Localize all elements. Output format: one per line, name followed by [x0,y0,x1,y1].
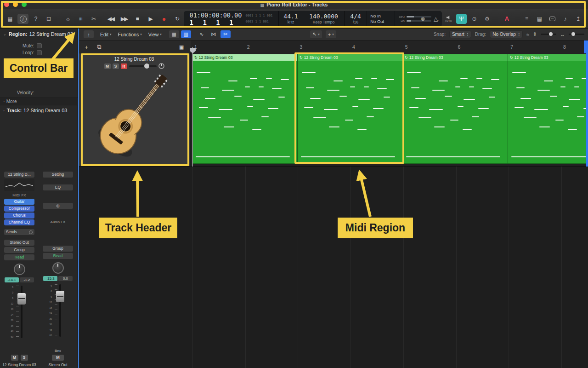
group-slot[interactable]: Group [4,247,34,253]
midi-note[interactable] [327,90,339,91]
midi-note[interactable] [252,129,262,130]
midi-note[interactable] [228,80,238,81]
horizontal-zoom-slider[interactable] [569,34,584,35]
mixer-button[interactable]: ≡ [75,14,86,24]
midi-note[interactable] [377,88,387,89]
split-tool-button[interactable]: ✂ [220,30,231,38]
midi-region-1[interactable]: ↻12 String Dream 03 [192,54,298,164]
drag-popup[interactable]: No Overlap▲▼ [490,30,523,38]
midi-note[interactable] [358,99,370,100]
snap-popup[interactable]: Smart▲▼ [449,30,471,38]
midi-region-3[interactable]: ↻12 String Dream 03 [403,54,508,164]
midi-note[interactable] [268,108,278,109]
region-zone[interactable]: ↻12 String Dream 03 ↻12 String Dream 03 … [191,53,588,167]
midi-note[interactable] [463,129,472,130]
midi-note[interactable] [355,78,362,79]
midi-note[interactable] [313,117,326,118]
midi-note[interactable] [514,107,524,108]
tools-button[interactable]: ⚙ [482,14,492,24]
midi-note[interactable] [386,79,394,80]
midi-note[interactable] [478,108,489,109]
output-volume-value[interactable]: -15.3 [43,276,57,281]
midi-note[interactable] [520,98,531,99]
sends-slot[interactable]: Sends [4,229,34,235]
midi-note[interactable] [234,96,242,97]
loop-checkbox[interactable] [37,50,42,55]
strip-solo-button[interactable]: S [21,355,28,361]
output-pan-knob[interactable] [52,262,64,274]
list-editors-button[interactable]: ≡ [521,14,532,24]
midi-note[interactable] [534,109,548,110]
edit-menu[interactable]: Edit▾ [100,32,112,37]
volume-fader[interactable]: 60612182430364860 [4,285,34,339]
region-header[interactable]: ↻12 String Dream 03 [508,54,588,61]
midi-note[interactable] [574,86,579,87]
midi-note[interactable] [476,78,483,79]
midi-note[interactable] [472,116,479,117]
midi-note[interactable] [205,98,215,99]
midi-note[interactable] [432,90,445,91]
midi-note[interactable] [310,98,321,99]
track-header-config-button[interactable]: ▣ [177,43,186,51]
midi-note[interactable] [334,80,343,81]
automation-mode-button[interactable]: Read [4,254,34,260]
plugin-slot-chorus[interactable]: Chorus [4,213,34,218]
midi-note[interactable] [261,116,269,117]
inspector-button[interactable]: i [17,14,28,24]
midi-note[interactable] [350,86,355,87]
output-mute-button[interactable]: M [52,355,64,361]
midi-note[interactable] [266,78,272,79]
mute-checkbox[interactable] [37,43,42,48]
midi-note[interactable] [439,80,448,81]
midi-note[interactable] [197,72,210,73]
scrollbar-edge[interactable] [586,53,588,167]
midi-note[interactable] [429,109,443,110]
output-slot[interactable]: Stereo Out [4,240,34,246]
lcd-tempo[interactable]: 140.0000 Keep Tempo [303,11,345,27]
send-knob[interactable] [29,230,33,234]
midi-note[interactable] [278,97,285,98]
scrollbar-corner[interactable] [584,40,588,53]
midi-note[interactable] [352,106,359,107]
library-button[interactable]: ▤ [5,14,16,24]
midi-note[interactable] [367,116,374,117]
midi-note[interactable] [450,120,458,121]
midi-note[interactable] [489,97,495,98]
output-format-button[interactable]: ◎ [43,203,73,209]
midi-note[interactable] [555,120,564,121]
midi-note[interactable] [563,106,569,107]
midi-note[interactable] [281,79,289,80]
midi-note[interactable] [253,99,265,100]
view-menu[interactable]: View▾ [148,32,162,37]
midi-note[interactable] [445,96,452,97]
midi-note[interactable] [306,87,314,88]
midi-note[interactable] [411,87,419,88]
plugin-slot-compressor[interactable]: Compressor [4,206,34,212]
gauge-button[interactable]: ⊙ [469,14,480,24]
volume-value[interactable]: -14.1 [5,277,19,282]
quick-help-button[interactable]: ? [30,14,41,24]
output-eq-button[interactable]: EQ [43,184,73,190]
channel-setting-button[interactable]: 12 String D... [4,172,34,178]
strip-mute-button[interactable]: M [11,355,18,361]
output-volume-fader[interactable]: 60612182430364860 [43,283,73,338]
midi-note[interactable] [250,78,257,79]
midi-note[interactable] [324,109,338,110]
midi-note[interactable] [371,78,378,79]
output-fader-thumb[interactable] [56,291,64,302]
midi-note[interactable] [247,106,254,107]
automation-button[interactable]: ∿ [197,30,207,38]
output-setting-button[interactable]: Setting [43,172,73,178]
midi-region-2[interactable]: ↻12 String Dream 03 [298,54,403,164]
toolbar-toggle-button[interactable]: ⊟ [43,14,54,24]
crossfade-button[interactable]: ⋈ [209,30,219,38]
midi-note[interactable] [196,156,290,157]
midi-note[interactable] [406,156,500,157]
stop-button[interactable]: ■ [131,13,143,24]
region-inspector-header[interactable]: ⌄ Region: 12 String Dream 03 [0,31,78,37]
lcd-time-signature[interactable]: 4/4 /16 [345,11,367,27]
left-click-tool-menu[interactable]: ↖▾ [310,30,322,38]
midi-note[interactable] [464,99,475,100]
region-header[interactable]: ↻12 String Dream 03 [192,54,297,61]
midi-note[interactable] [415,98,426,99]
